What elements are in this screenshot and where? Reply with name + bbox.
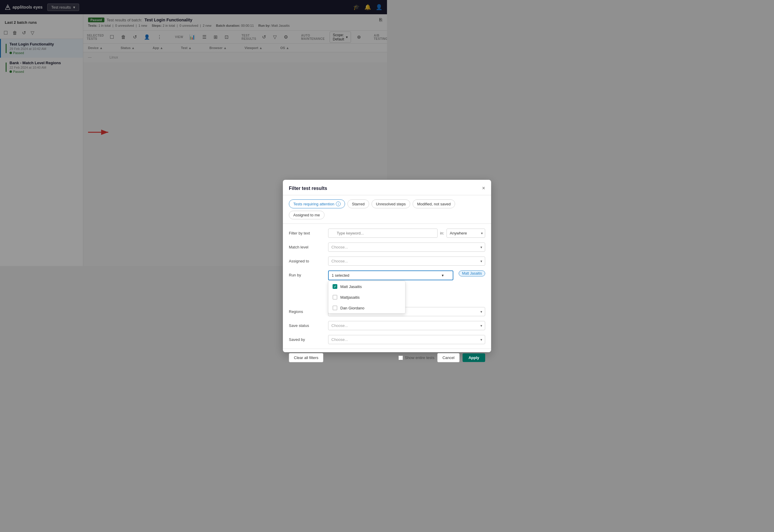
tab-assigned-to-me[interactable]: Assigned to me: [289, 211, 325, 219]
tab-starred[interactable]: Starred: [347, 199, 369, 208]
tab-starred-label: Starred: [352, 202, 365, 206]
tab-unresolved-label: Unresolved steps: [376, 202, 387, 206]
modal-body: Filter by text 🔍 in: Anywhere: [283, 224, 387, 266]
tab-tests-requiring-attention[interactable]: Tests requiring attention i: [289, 199, 345, 208]
tab-attention-label: Tests requiring attention: [293, 202, 334, 206]
filter-text-control: 🔍 in: Anywhere: [328, 229, 387, 238]
assigned-to-row: Assigned to Choose...: [289, 256, 387, 266]
modal-title: Filter test results: [289, 186, 327, 191]
filter-modal: Filter test results × Tests requiring at…: [283, 180, 387, 266]
filter-tabs: Tests requiring attention i Starred Unre…: [283, 195, 387, 224]
modal-header: Filter test results ×: [283, 180, 387, 195]
assigned-to-wrapper: Choose...: [328, 256, 387, 266]
match-level-label: Match level: [289, 243, 325, 249]
match-level-row: Match level Choose... Strict Content Lay…: [289, 243, 387, 252]
filter-text-row: Filter by text 🔍 in: Anywhere: [289, 229, 387, 238]
tab-info-icon: i: [336, 202, 341, 206]
search-wrapper: 🔍: [328, 229, 387, 238]
modal-backdrop: Filter test results × Tests requiring at…: [0, 0, 387, 266]
tab-unresolved-steps[interactable]: Unresolved steps: [372, 199, 387, 208]
match-level-wrapper: Choose... Strict Content Layout Exact: [328, 243, 387, 252]
text-input-row: 🔍 in: Anywhere: [328, 229, 387, 238]
keyword-input[interactable]: [328, 229, 387, 238]
tab-assigned-label: Assigned to me: [293, 213, 320, 217]
filter-text-label: Filter by text: [289, 229, 325, 235]
match-level-select[interactable]: Choose... Strict Content Layout Exact: [328, 243, 387, 252]
assigned-to-label: Assigned to: [289, 256, 325, 263]
assigned-to-select[interactable]: Choose...: [328, 256, 387, 266]
